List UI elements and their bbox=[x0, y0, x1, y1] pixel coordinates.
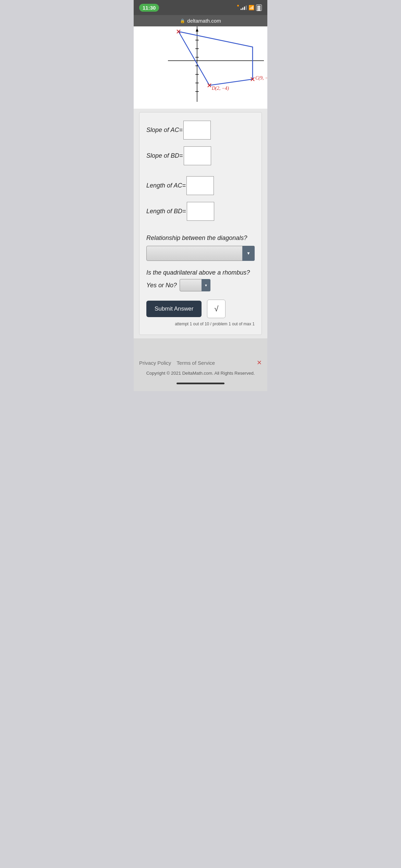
svg-text:D(2, −4): D(2, −4) bbox=[211, 86, 229, 91]
status-bar: 11:30 📶 ▓ bbox=[134, 0, 267, 15]
signal-bars bbox=[241, 5, 247, 10]
footer-area: Privacy Policy Terms of Service ✕ Copyri… bbox=[134, 338, 267, 391]
copyright-text: Copyright © 2021 DeltaMath.com. All Righ… bbox=[139, 371, 262, 376]
slope-ac-input[interactable] bbox=[183, 121, 211, 140]
signal-bar-2 bbox=[242, 8, 243, 10]
yes-no-label: Yes or No? bbox=[146, 282, 177, 289]
signal-bar-1 bbox=[241, 9, 242, 10]
privacy-policy-link[interactable]: Privacy Policy bbox=[139, 360, 171, 366]
yes-no-select-wrapper: Yes No ▼ bbox=[180, 279, 210, 291]
problem-card: Slope of AC= Slope of BD= Length of AC= … bbox=[139, 112, 262, 335]
slope-bd-label: Slope of BD= bbox=[146, 152, 183, 159]
buttons-row: Submit Answer √ bbox=[146, 300, 255, 318]
length-ac-label: Length of AC= bbox=[146, 182, 186, 189]
relationship-select[interactable]: Perpendicular Parallel Equal length Perp… bbox=[146, 246, 255, 261]
relationship-select-wrapper: Perpendicular Parallel Equal length Perp… bbox=[146, 246, 255, 261]
length-bd-row: Length of BD= bbox=[146, 202, 255, 221]
length-bd-input[interactable] bbox=[187, 202, 214, 221]
wifi-icon: 📶 bbox=[248, 5, 254, 10]
graph-area: C(9, −3) D(2, −4) bbox=[134, 26, 267, 109]
rhombus-section: Is the quadrilateral above a rhombus? Ye… bbox=[146, 269, 255, 291]
slope-bd-row: Slope of BD= bbox=[146, 146, 255, 165]
slope-bd-input[interactable] bbox=[184, 146, 211, 165]
check-button[interactable]: √ bbox=[207, 300, 226, 318]
submit-button[interactable]: Submit Answer bbox=[146, 301, 202, 317]
status-icons: 📶 ▓ bbox=[237, 4, 262, 11]
svg-text:C(9, −3): C(9, −3) bbox=[255, 75, 267, 81]
lock-icon: 🔒 bbox=[180, 19, 185, 23]
length-bd-label: Length of BD= bbox=[146, 208, 186, 215]
length-ac-row: Length of AC= bbox=[146, 176, 255, 195]
yes-no-select[interactable]: Yes No bbox=[180, 279, 210, 291]
signal-bar-4 bbox=[246, 5, 247, 10]
svg-rect-0 bbox=[134, 26, 267, 102]
signal-dot bbox=[237, 5, 239, 7]
yes-no-row: Yes or No? Yes No ▼ bbox=[146, 279, 255, 291]
rhombus-question: Is the quadrilateral above a rhombus? bbox=[146, 269, 255, 276]
battery-icon: ▓ bbox=[256, 4, 262, 11]
main-content: C(9, −3) D(2, −4) Slope of AC= Slope of … bbox=[134, 26, 267, 391]
length-ac-input[interactable] bbox=[186, 176, 214, 195]
signal-bar-3 bbox=[244, 7, 245, 10]
home-indicator bbox=[177, 383, 224, 384]
footer-links: Privacy Policy Terms of Service ✕ bbox=[139, 359, 262, 366]
close-icon[interactable]: ✕ bbox=[257, 359, 262, 366]
status-time: 11:30 bbox=[139, 4, 159, 12]
terms-of-service-link[interactable]: Terms of Service bbox=[177, 360, 215, 366]
attempt-text: attempt 1 out of 10 / problem 1 out of m… bbox=[146, 322, 255, 326]
url-text: deltamath.com bbox=[187, 18, 221, 24]
slope-ac-label: Slope of AC= bbox=[146, 126, 183, 134]
relationship-label: Relationship between the diagonals? bbox=[146, 234, 255, 242]
browser-bar: 🔒 deltamath.com bbox=[134, 15, 267, 26]
coordinate-graph: C(9, −3) D(2, −4) bbox=[134, 26, 267, 102]
slope-ac-row: Slope of AC= bbox=[146, 121, 255, 140]
